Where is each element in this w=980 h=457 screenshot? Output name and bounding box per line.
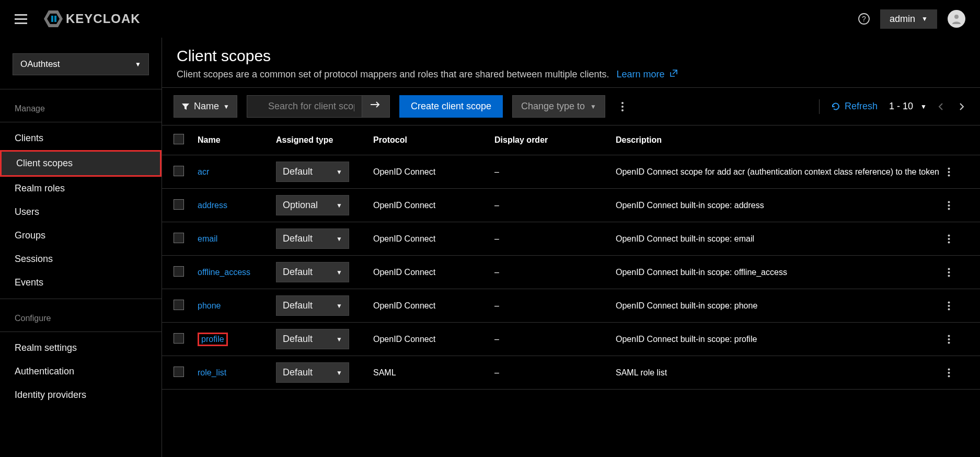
protocol-cell: OpenID Connect (373, 268, 494, 277)
row-checkbox[interactable] (174, 166, 184, 176)
assigned-type-value: Default (283, 300, 313, 311)
realm-selector[interactable]: OAuthtest ▼ (13, 53, 149, 75)
assigned-type-select[interactable]: Optional ▼ (276, 195, 349, 215)
svg-point-16 (948, 201, 950, 203)
row-checkbox[interactable] (174, 233, 184, 243)
keycloak-logo-icon (44, 10, 63, 27)
kebab-icon (948, 335, 950, 344)
svg-point-21 (948, 241, 950, 243)
change-type-dropdown[interactable]: Change type to ▼ (512, 95, 605, 118)
caret-down-icon: ▼ (223, 103, 229, 110)
avatar[interactable] (948, 10, 965, 28)
assigned-type-select[interactable]: Default ▼ (276, 229, 349, 249)
pager-prev-button[interactable] (934, 100, 948, 113)
kebab-icon (948, 301, 950, 311)
chevron-right-icon (959, 102, 964, 111)
row-checkbox[interactable] (174, 367, 184, 377)
user-menu-dropdown[interactable]: admin ▼ (880, 9, 937, 29)
assigned-type-select[interactable]: Default ▼ (276, 295, 349, 316)
sidebar: OAuthtest ▼ Manage ClientsClient scopesR… (0, 38, 162, 457)
help-icon[interactable]: ? (858, 13, 870, 25)
description-cell: OpenID Connect built-in scope: offline_a… (616, 268, 948, 277)
svg-point-15 (948, 174, 950, 176)
sidebar-item-identity-providers[interactable]: Identity providers (0, 383, 162, 407)
assigned-type-value: Default (283, 267, 313, 278)
svg-point-31 (948, 368, 950, 370)
sidebar-item-authentication[interactable]: Authentication (0, 360, 162, 383)
svg-point-18 (948, 208, 950, 210)
sidebar-item-users[interactable]: Users (0, 200, 162, 224)
scope-link[interactable]: email (198, 234, 217, 243)
sidebar-item-clients[interactable]: Clients (0, 127, 162, 150)
row-kebab-button[interactable] (948, 368, 969, 378)
caret-down-icon: ▼ (336, 369, 342, 376)
display-order-cell: – (494, 268, 616, 277)
assigned-type-select[interactable]: Default ▼ (276, 162, 349, 182)
scope-link[interactable]: role_list (198, 368, 226, 377)
assigned-type-select[interactable]: Default ▼ (276, 329, 349, 349)
row-kebab-button[interactable] (948, 268, 969, 277)
search-input[interactable] (247, 95, 362, 118)
scope-link[interactable]: offline_access (198, 268, 250, 277)
caret-down-icon: ▼ (590, 103, 596, 110)
sidebar-item-groups[interactable]: Groups (0, 224, 162, 247)
external-link-icon (670, 69, 678, 80)
description-cell: OpenID Connect built-in scope: email (616, 234, 948, 244)
svg-point-11 (621, 106, 624, 108)
scope-link[interactable]: acr (198, 167, 209, 176)
row-kebab-button[interactable] (948, 167, 969, 177)
sidebar-item-client-scopes[interactable]: Client scopes (0, 150, 162, 177)
row-kebab-button[interactable] (948, 301, 969, 311)
caret-down-icon: ▼ (135, 61, 141, 68)
sidebar-item-realm-settings[interactable]: Realm settings (0, 336, 162, 360)
filter-dropdown[interactable]: Name ▼ (174, 95, 237, 118)
kebab-icon (948, 201, 950, 210)
pager-next-button[interactable] (955, 100, 969, 113)
svg-point-25 (948, 301, 950, 303)
caret-down-icon: ▼ (336, 168, 342, 176)
row-checkbox[interactable] (174, 300, 184, 310)
create-client-scope-button[interactable]: Create client scope (399, 95, 503, 118)
toolbar-kebab-button[interactable] (615, 97, 630, 116)
row-kebab-button[interactable] (948, 201, 969, 210)
scope-link[interactable]: profile (201, 335, 224, 344)
assigned-type-select[interactable]: Default ▼ (276, 262, 349, 282)
row-checkbox[interactable] (174, 333, 184, 344)
filter-label: Name (194, 101, 219, 112)
kebab-icon (948, 234, 950, 244)
svg-point-13 (948, 167, 950, 169)
protocol-cell: OpenID Connect (373, 201, 494, 210)
kebab-icon (948, 368, 950, 378)
svg-point-27 (948, 308, 950, 310)
sidebar-item-sessions[interactable]: Sessions (0, 247, 162, 271)
caret-down-icon[interactable]: ▼ (920, 103, 927, 110)
select-all-checkbox[interactable] (174, 134, 184, 144)
logo[interactable]: KEYCLOAK (44, 10, 141, 27)
caret-down-icon: ▼ (336, 269, 342, 276)
svg-point-30 (948, 341, 950, 344)
row-checkbox[interactable] (174, 266, 184, 277)
row-kebab-button[interactable] (948, 335, 969, 344)
scope-link[interactable]: phone (198, 301, 221, 310)
description-cell: OpenID Connect built-in scope: profile (616, 335, 948, 344)
assigned-type-value: Default (283, 367, 313, 378)
client-scopes-table: Name Assigned type Protocol Display orde… (162, 125, 980, 390)
scope-link[interactable]: address (198, 201, 227, 210)
assigned-type-select[interactable]: Default ▼ (276, 362, 349, 383)
protocol-cell: OpenID Connect (373, 301, 494, 311)
sidebar-item-events[interactable]: Events (0, 271, 162, 294)
search-go-button[interactable] (362, 95, 390, 118)
caret-down-icon: ▼ (336, 235, 342, 243)
refresh-button[interactable]: Refresh (831, 101, 878, 112)
refresh-label: Refresh (845, 101, 878, 112)
learn-more-link[interactable]: Learn more (616, 69, 677, 80)
sidebar-item-realm-roles[interactable]: Realm roles (0, 177, 162, 200)
row-checkbox[interactable] (174, 199, 184, 210)
svg-marker-3 (54, 16, 56, 22)
hamburger-menu-icon[interactable] (15, 14, 27, 24)
row-kebab-button[interactable] (948, 234, 969, 244)
svg-point-6 (954, 15, 959, 19)
toolbar-divider (819, 99, 820, 114)
assigned-type-value: Default (283, 334, 313, 345)
username-label: admin (890, 14, 915, 25)
